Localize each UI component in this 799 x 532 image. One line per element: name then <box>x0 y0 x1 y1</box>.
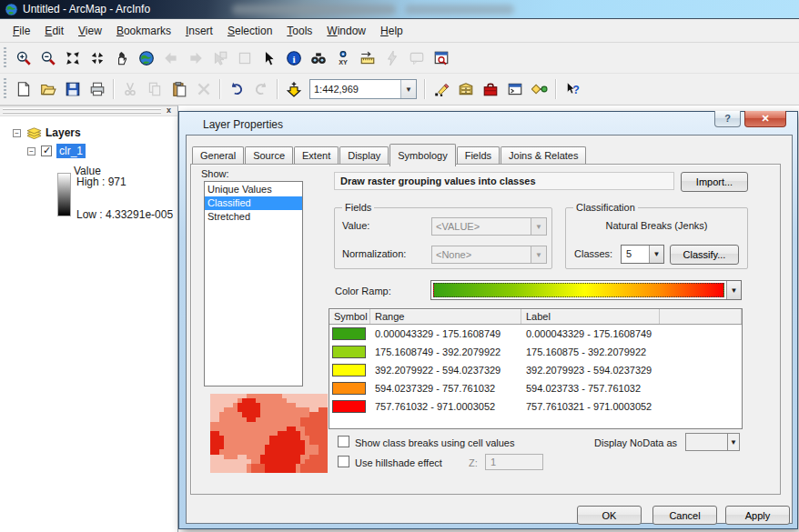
renderer-option-unique-values[interactable]: Unique Values <box>205 183 302 196</box>
ok-button[interactable]: OK <box>577 506 642 525</box>
use-hillshade-checkbox[interactable] <box>338 456 349 467</box>
layer-visibility-checkbox[interactable] <box>41 146 52 156</box>
viewer-window-icon[interactable] <box>429 45 453 70</box>
paste-icon[interactable] <box>167 77 191 102</box>
menu-view[interactable]: View <box>71 21 109 41</box>
class-symbol-swatch[interactable] <box>332 382 366 395</box>
label-column-header[interactable]: Label <box>521 309 660 324</box>
menu-window[interactable]: Window <box>319 21 373 41</box>
show-class-breaks-label: Show class breaks using cell values <box>355 437 514 448</box>
chevron-down-icon[interactable]: ▼ <box>400 80 416 98</box>
measure-icon[interactable] <box>355 45 379 70</box>
table-row[interactable]: 757.761032 - 971.0003052 757.7610321 - 9… <box>329 397 742 416</box>
menu-bookmarks[interactable]: Bookmarks <box>109 21 178 41</box>
whats-this-help-icon[interactable]: ? <box>560 77 584 102</box>
import-button[interactable]: Import... <box>681 172 748 192</box>
select-elements-icon[interactable] <box>257 45 281 70</box>
map-scale-value[interactable]: 1:442,969 <box>310 80 400 98</box>
tab-symbology[interactable]: Symbology <box>389 144 455 166</box>
full-extent-icon[interactable] <box>134 45 158 70</box>
open-icon[interactable] <box>35 77 60 102</box>
layer-name[interactable]: clr_1 <box>56 144 86 158</box>
toolbar-grip[interactable] <box>4 78 6 100</box>
delete-icon <box>191 77 216 102</box>
symbol-column-header[interactable]: Symbol <box>329 309 370 324</box>
apply-button[interactable]: Apply <box>725 506 790 525</box>
add-data-icon[interactable] <box>281 77 306 102</box>
command-window-icon[interactable] <box>502 77 527 102</box>
arctoolbox-icon[interactable] <box>478 77 502 102</box>
dialog-tab-strip: General Source Extent Display Symbology … <box>192 144 587 165</box>
class-breaks-table[interactable]: Symbol Range Label 0.000043329 - 175.160… <box>329 308 743 429</box>
renderer-listbox[interactable]: Unique Values Classified Stretched <box>204 181 303 386</box>
toc-header[interactable]: x <box>0 106 177 116</box>
pan-icon[interactable] <box>109 45 134 70</box>
copy-icon <box>142 77 167 102</box>
menu-tools[interactable]: Tools <box>279 21 319 41</box>
tab-source[interactable]: Source <box>245 146 293 165</box>
tab-extent[interactable]: Extent <box>294 146 339 165</box>
collapse-icon[interactable]: − <box>13 129 21 137</box>
show-class-breaks-checkbox[interactable] <box>338 436 349 447</box>
undo-icon[interactable] <box>224 77 248 102</box>
tab-fields[interactable]: Fields <box>457 146 500 165</box>
class-symbol-swatch[interactable] <box>332 346 366 358</box>
modelbuilder-icon[interactable] <box>527 77 551 102</box>
map-scale-combobox[interactable]: 1:442,969 ▼ <box>309 79 417 99</box>
use-hillshade-label: Use hillshade effect <box>355 457 442 468</box>
class-symbol-swatch[interactable] <box>332 327 366 340</box>
toc-root-label[interactable]: Layers <box>46 126 81 139</box>
fixed-zoom-out-icon[interactable] <box>85 45 109 70</box>
class-symbol-swatch[interactable] <box>332 400 366 413</box>
range-column-header[interactable]: Range <box>370 309 521 324</box>
fixed-zoom-in-icon[interactable] <box>60 45 85 70</box>
classify-button[interactable]: Classify... <box>670 245 739 265</box>
editor-toolbar-icon[interactable] <box>429 77 453 102</box>
zoom-in-icon[interactable] <box>11 45 35 70</box>
svg-text:i: i <box>292 53 295 64</box>
chevron-down-icon[interactable]: ▼ <box>727 434 739 450</box>
find-icon[interactable] <box>306 45 330 70</box>
color-ramp-combobox[interactable]: ▼ <box>430 280 742 300</box>
fields-group-label: Fields <box>342 202 374 213</box>
dialog-title: Layer Properties <box>203 118 283 131</box>
window-title: Untitled - ArcMap - ArcInfo <box>23 3 150 15</box>
new-document-icon[interactable] <box>11 77 35 102</box>
close-icon[interactable]: x <box>164 106 174 115</box>
renderer-option-classified[interactable]: Classified <box>205 196 302 210</box>
table-row[interactable]: 594.0237329 - 757.761032 594.023733 - 75… <box>329 379 742 397</box>
chevron-down-icon[interactable]: ▼ <box>649 246 663 263</box>
close-icon[interactable]: ✕ <box>744 111 786 127</box>
go-to-xy-icon[interactable]: XY <box>330 45 355 70</box>
classification-method: Natural Breaks (Jenks) <box>566 220 747 231</box>
zoom-out-icon[interactable] <box>35 45 60 70</box>
classification-group-label: Classification <box>573 202 638 213</box>
table-row[interactable]: 392.2079922 - 594.0237329 392.2079923 - … <box>329 361 742 379</box>
table-row[interactable]: 0.000043329 - 175.1608749 0.000043329 - … <box>329 325 742 343</box>
toolbar-grip[interactable] <box>4 47 6 69</box>
menu-edit[interactable]: Edit <box>37 21 71 41</box>
tab-display[interactable]: Display <box>339 146 389 165</box>
menu-file[interactable]: File <box>5 21 37 41</box>
color-ramp-label: Color Ramp: <box>335 286 391 296</box>
table-row[interactable]: 175.1608749 - 392.2079922 175.160875 - 3… <box>329 343 742 361</box>
arccatalog-icon[interactable] <box>453 77 478 102</box>
print-icon[interactable] <box>85 77 109 102</box>
tools-toolbar: i XY <box>0 43 799 74</box>
class-symbol-swatch[interactable] <box>332 364 366 376</box>
menu-help[interactable]: Help <box>373 21 410 41</box>
classes-combobox[interactable]: 5 ▼ <box>621 245 664 264</box>
cancel-button[interactable]: Cancel <box>652 506 717 525</box>
menu-insert[interactable]: Insert <box>178 21 220 41</box>
renderer-option-stretched[interactable]: Stretched <box>205 210 302 224</box>
collapse-icon[interactable]: − <box>27 147 35 156</box>
tab-joins-relates[interactable]: Joins & Relates <box>501 146 586 165</box>
identify-icon[interactable]: i <box>281 45 306 70</box>
chevron-down-icon[interactable]: ▼ <box>726 281 741 299</box>
help-icon[interactable]: ? <box>714 111 741 127</box>
tab-general[interactable]: General <box>192 146 244 165</box>
color-ramp-gradient[interactable] <box>433 283 724 297</box>
save-icon[interactable] <box>60 77 85 102</box>
menu-selection[interactable]: Selection <box>220 21 279 41</box>
nodata-color-dropdown[interactable]: ▼ <box>685 433 740 451</box>
